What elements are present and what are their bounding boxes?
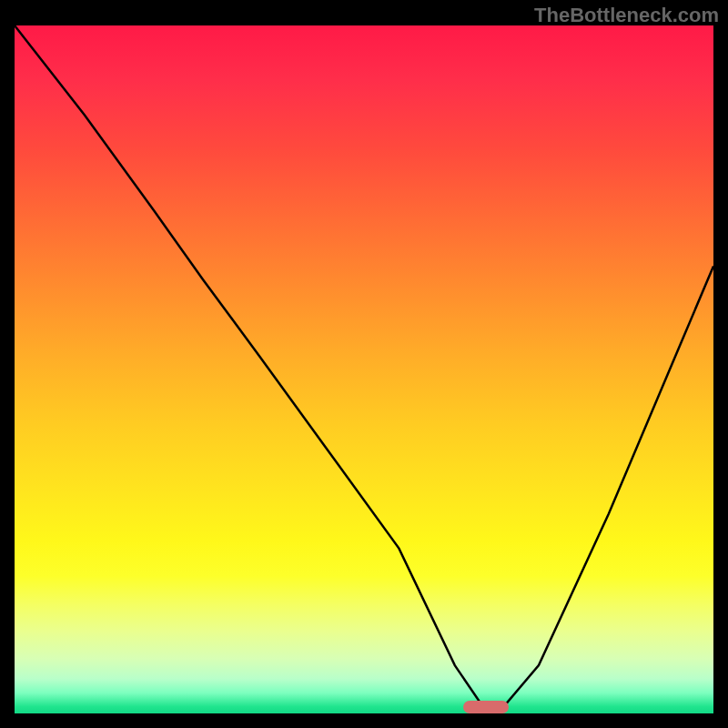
plot-area: [15, 25, 713, 713]
bottleneck-curve: [15, 25, 713, 713]
sweet-spot-marker: [463, 701, 509, 713]
chart-container: TheBottleneck.com: [0, 0, 728, 728]
watermark-text: TheBottleneck.com: [534, 4, 719, 27]
